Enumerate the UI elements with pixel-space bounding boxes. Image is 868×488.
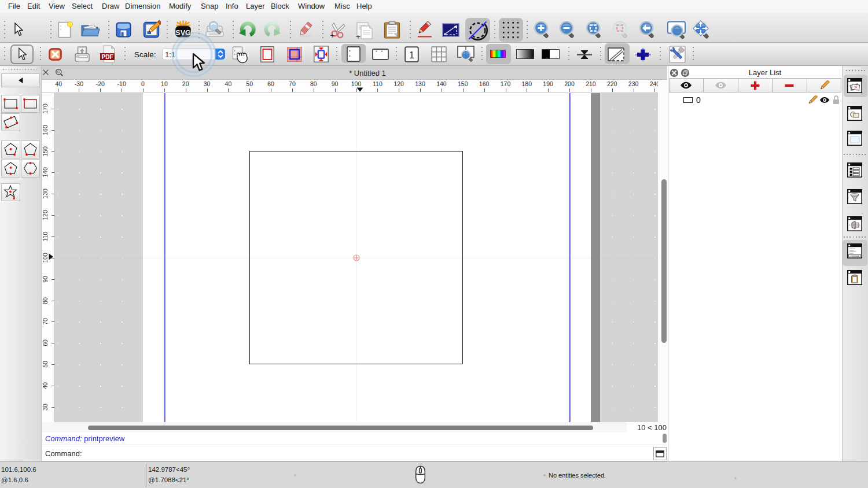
svg-text:PDF: PDF <box>102 54 113 60</box>
svg-text:+: + <box>356 32 361 40</box>
svg-text:+: + <box>330 31 335 39</box>
svg-text:command: command <box>851 255 859 257</box>
svg-text:1: 1 <box>409 50 414 61</box>
